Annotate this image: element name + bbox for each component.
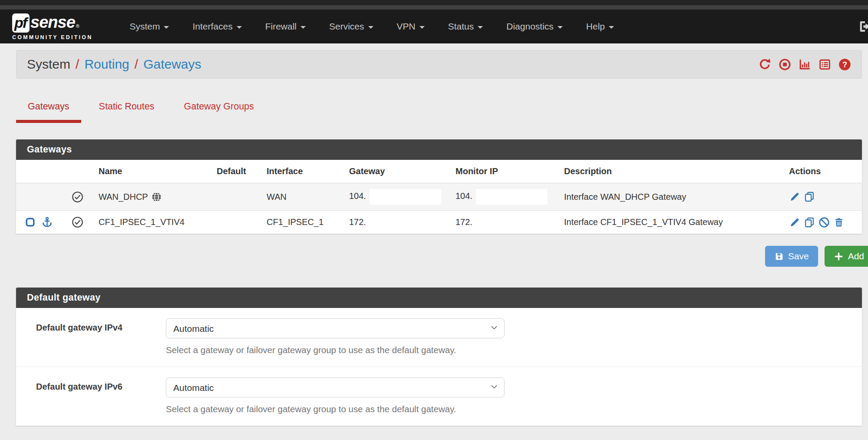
breadcrumb-separator: / xyxy=(135,57,138,72)
col-gateway: Gateway xyxy=(345,160,451,183)
routing-tabs: Gateways Static Routes Gateway Groups xyxy=(16,101,862,123)
interface-cell: CF1_IPSEC_1 xyxy=(262,211,345,234)
copy-icon[interactable] xyxy=(804,217,815,228)
pfsense-logo[interactable]: pfsense® COMMUNITY EDITION xyxy=(12,13,92,40)
nav-item-system[interactable]: System xyxy=(118,15,181,38)
nav-item-interfaces[interactable]: Interfaces xyxy=(181,15,253,38)
form-actions-bar: Save Add xyxy=(16,246,862,267)
default-gateway-ipv4-row: Default gateway IPv4 Automatic Select a … xyxy=(16,308,862,367)
ban-icon[interactable] xyxy=(818,217,830,228)
floppy-icon xyxy=(774,251,784,261)
plus-icon xyxy=(834,251,844,261)
gateways-table: Name Default Interface Gateway Monitor I… xyxy=(16,160,862,234)
nav-item-services[interactable]: Services xyxy=(317,15,385,38)
gateways-panel: Gateways Name Default Interface Gateway … xyxy=(16,139,862,234)
breadcrumb-gateways-link[interactable]: Gateways xyxy=(143,57,201,72)
nav-item-vpn[interactable]: VPN xyxy=(385,15,436,38)
row-actions xyxy=(789,217,858,228)
default-gateway-ipv4-help: Select a gateway or failover gateway gro… xyxy=(166,345,505,355)
check-circle-icon xyxy=(72,216,90,228)
chevron-down-icon xyxy=(558,26,563,29)
table-row-cf1-ipsec: CF1_IPSEC_1_VTIV4 CF1_IPSEC_1 172. 172. … xyxy=(16,211,862,234)
stop-circle-icon[interactable] xyxy=(779,58,791,71)
nav-menu: System Interfaces Firewall Services VPN … xyxy=(118,15,626,38)
tab-static-routes[interactable]: Static Routes xyxy=(87,101,166,123)
breadcrumb-system: System xyxy=(27,57,70,72)
chevron-down-icon xyxy=(368,26,373,29)
chevron-down-icon xyxy=(300,26,306,29)
table-row-wan-dhcp: WAN_DHCP WAN 104. 104. Interface WAN_DHC… xyxy=(16,183,862,211)
default-gateway-ipv6-row: Default gateway IPv6 Automatic Select a … xyxy=(16,367,862,426)
main-navbar: pfsense® COMMUNITY EDITION System Interf… xyxy=(0,10,868,43)
breadcrumb-routing-link[interactable]: Routing xyxy=(84,57,129,72)
chevron-down-icon xyxy=(609,26,614,29)
redacted-value xyxy=(370,189,441,205)
monitor-ip: 104. xyxy=(455,191,472,201)
row-actions xyxy=(789,191,858,202)
gateway-name: CF1_IPSEC_1_VTIV4 xyxy=(94,211,212,234)
col-description: Description xyxy=(560,160,785,183)
table-header-row: Name Default Interface Gateway Monitor I… xyxy=(16,160,862,183)
checkbox-icon[interactable] xyxy=(25,217,36,228)
default-gateway-panel-title: Default gateway xyxy=(16,288,862,308)
col-name: Name xyxy=(94,160,212,183)
monitor-ip: 172. xyxy=(451,211,560,234)
tab-gateways[interactable]: Gateways xyxy=(16,101,81,123)
default-gateway-ipv6-help: Select a gateway or failover gateway gro… xyxy=(166,404,505,414)
default-gateway-ipv6-select[interactable]: Automatic xyxy=(166,377,505,397)
nav-item-help[interactable]: Help xyxy=(574,15,626,38)
tab-gateway-groups[interactable]: Gateway Groups xyxy=(172,101,265,123)
nav-item-firewall[interactable]: Firewall xyxy=(254,15,317,38)
chevron-down-icon xyxy=(164,26,169,29)
edit-icon[interactable] xyxy=(789,191,800,202)
col-interface: Interface xyxy=(262,160,345,183)
gateway-ip: 104. xyxy=(349,191,366,201)
default-cell xyxy=(212,211,262,234)
trash-icon[interactable] xyxy=(833,217,845,228)
chevron-down-icon xyxy=(237,26,242,29)
description-cell: Interface CF1_IPSEC_1_VTIV4 Gateway xyxy=(560,211,785,234)
default-gateway-panel: Default gateway Default gateway IPv4 Aut… xyxy=(16,288,862,426)
check-circle-icon xyxy=(72,191,90,203)
redacted-value xyxy=(476,189,548,205)
col-actions: Actions xyxy=(785,160,862,183)
breadcrumb: System / Routing / Gateways xyxy=(16,50,862,79)
logo-pf-badge: pf xyxy=(12,13,30,33)
globe-icon xyxy=(151,192,162,202)
chevron-down-icon xyxy=(419,26,425,29)
default-gateway-ipv4-label: Default gateway IPv4 xyxy=(16,318,166,333)
copy-icon[interactable] xyxy=(804,191,815,202)
gateway-ip: 172. xyxy=(345,211,451,234)
breadcrumb-separator: / xyxy=(76,57,79,72)
anchor-icon xyxy=(41,216,53,228)
window-title-strip xyxy=(0,5,868,10)
list-icon[interactable] xyxy=(818,58,831,71)
logo-registered-mark: ® xyxy=(76,23,79,29)
edit-icon[interactable] xyxy=(789,217,800,228)
nav-item-status[interactable]: Status xyxy=(436,15,495,38)
page-header-icons xyxy=(759,58,851,71)
gateways-panel-title: Gateways xyxy=(16,139,862,160)
refresh-icon[interactable] xyxy=(759,58,771,71)
default-gateway-ipv4-select[interactable]: Automatic xyxy=(166,318,505,338)
sign-out-icon[interactable] xyxy=(858,19,868,34)
help-circle-icon[interactable] xyxy=(838,58,851,71)
save-button[interactable]: Save xyxy=(765,246,818,267)
add-button[interactable]: Add xyxy=(825,246,868,267)
default-gateway-ipv6-label: Default gateway IPv6 xyxy=(16,377,166,392)
interface-cell: WAN xyxy=(262,183,345,211)
col-default: Default xyxy=(212,160,262,183)
chevron-down-icon xyxy=(478,26,483,29)
gateway-name: WAN_DHCP xyxy=(99,192,148,202)
logo-subtitle: COMMUNITY EDITION xyxy=(12,34,92,40)
description-cell: Interface WAN_DHCP Gateway xyxy=(560,183,785,211)
bar-chart-icon[interactable] xyxy=(799,58,811,71)
logo-sense-text: sense xyxy=(30,13,75,32)
col-monitor-ip: Monitor IP xyxy=(451,160,560,183)
default-cell xyxy=(212,183,262,211)
nav-item-diagnostics[interactable]: Diagnostics xyxy=(495,15,574,38)
window-top-strip xyxy=(0,0,868,5)
